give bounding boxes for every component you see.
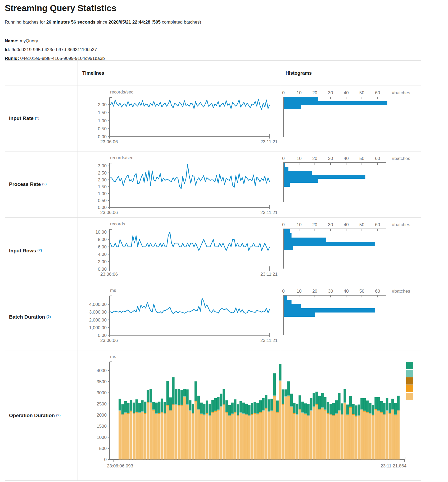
- query-id-line: Id: 9d0dd219-995d-423e-b97d-36931110bb27: [5, 45, 105, 54]
- svg-text:#batches: #batches: [392, 90, 410, 95]
- svg-text:40: 40: [344, 156, 349, 161]
- svg-text:#batches: #batches: [392, 222, 410, 227]
- process-rate-label: Process Rate(?): [9, 151, 75, 217]
- svg-text:2000: 2000: [97, 413, 107, 418]
- query-id-value: 9d0dd219-995d-423e-b97d-36931110bb27: [12, 47, 97, 52]
- svg-text:1,000.00: 1,000.00: [89, 325, 107, 330]
- operation-duration-help-icon[interactable]: (?): [56, 413, 61, 417]
- svg-text:60: 60: [375, 156, 380, 161]
- svg-text:500: 500: [99, 446, 107, 451]
- svg-text:ms: ms: [110, 354, 116, 359]
- process-rate-help-icon[interactable]: (?): [42, 182, 47, 186]
- svg-text:2.50: 2.50: [98, 171, 107, 176]
- svg-text:0.00: 0.00: [98, 134, 107, 139]
- svg-text:6.00: 6.00: [98, 244, 107, 249]
- svg-text:3500: 3500: [97, 379, 107, 384]
- svg-text:0: 0: [282, 156, 284, 161]
- svg-text:1.50: 1.50: [98, 184, 107, 189]
- svg-text:23:11:21: 23:11:21: [260, 272, 278, 277]
- input-rate-timeline-chart: records/sec2.001.501.000.500.0023:06:062…: [78, 86, 281, 151]
- process-rate-timeline-chart: records/sec3.002.502.001.501.000.500.002…: [78, 151, 281, 217]
- svg-text:0.00: 0.00: [98, 267, 107, 272]
- svg-text:30: 30: [328, 90, 333, 95]
- svg-text:#batches: #batches: [392, 289, 410, 294]
- status-start-time: 2020/05/21 22:44:28: [108, 20, 150, 25]
- batch-duration-help-icon[interactable]: (?): [46, 315, 51, 319]
- svg-text:10: 10: [297, 289, 302, 294]
- svg-text:60: 60: [375, 222, 380, 227]
- svg-text:3000: 3000: [97, 390, 107, 395]
- status-batch-count: 505: [153, 20, 160, 25]
- batch-duration-histogram-chart: #batches0102030405060: [281, 284, 422, 350]
- status-paren: (: [150, 20, 153, 25]
- svg-text:0: 0: [282, 222, 284, 227]
- statistics-table: Timelines Histograms Input Rate(?) recor…: [5, 60, 421, 481]
- query-id-label: Id:: [5, 47, 10, 52]
- svg-text:40: 40: [344, 222, 349, 227]
- operation-duration-label: Operation Duration(?): [9, 350, 75, 481]
- svg-text:records: records: [110, 221, 125, 226]
- svg-text:20: 20: [312, 222, 317, 227]
- svg-text:1000: 1000: [97, 435, 107, 440]
- svg-text:23:06:06: 23:06:06: [100, 272, 118, 277]
- svg-text:0.00: 0.00: [98, 333, 107, 338]
- histograms-column-header: Histograms: [286, 61, 312, 86]
- svg-text:0.00: 0.00: [98, 205, 107, 210]
- svg-text:23:11:21.864: 23:11:21.864: [381, 463, 406, 468]
- batch-duration-row: Batch Duration(?) ms4,000.003,000.002,00…: [5, 284, 422, 350]
- svg-text:1.50: 1.50: [98, 110, 107, 115]
- operation-duration-row: Operation Duration(?) ms4000350030002500…: [5, 350, 422, 481]
- svg-text:20: 20: [312, 90, 317, 95]
- svg-text:30: 30: [328, 222, 333, 227]
- svg-text:23:06:06.093: 23:06:06.093: [107, 463, 133, 468]
- input-rate-row: Input Rate(?) records/sec2.001.501.000.5…: [5, 86, 422, 151]
- svg-text:records/sec: records/sec: [110, 90, 133, 95]
- svg-text:20: 20: [312, 289, 317, 294]
- svg-text:0: 0: [282, 289, 284, 294]
- svg-text:2500: 2500: [97, 401, 107, 407]
- svg-text:0: 0: [282, 90, 284, 95]
- process-rate-row: Process Rate(?) records/sec3.002.502.001…: [5, 151, 422, 217]
- svg-text:1500: 1500: [97, 424, 107, 429]
- svg-text:2.00: 2.00: [98, 177, 107, 182]
- status-suffix: completed batches): [161, 20, 201, 25]
- input-rows-timeline-chart: records10.008.006.004.002.000.0023:06:06…: [78, 217, 281, 284]
- svg-text:60: 60: [375, 289, 380, 294]
- svg-text:4000: 4000: [97, 368, 107, 373]
- svg-text:30: 30: [328, 289, 333, 294]
- svg-text:3,000.00: 3,000.00: [89, 310, 107, 315]
- svg-text:23:11:21: 23:11:21: [260, 210, 278, 215]
- timelines-column-header: Timelines: [82, 61, 104, 86]
- input-rate-label: Input Rate(?): [9, 86, 75, 151]
- svg-text:4.00: 4.00: [98, 252, 107, 257]
- svg-text:0.50: 0.50: [98, 126, 107, 131]
- input-rate-help-icon[interactable]: (?): [35, 116, 39, 120]
- batch-duration-timeline-chart: ms4,000.003,000.002,000.001,000.000.0023…: [78, 284, 281, 350]
- process-rate-histogram-chart: #batches0102030405060: [281, 151, 422, 217]
- input-rows-histogram-chart: #batches0102030405060: [281, 217, 422, 284]
- query-name-line: Name: myQuery: [5, 37, 105, 45]
- svg-text:50: 50: [359, 90, 364, 95]
- svg-text:50: 50: [359, 222, 364, 227]
- svg-text:1.00: 1.00: [98, 118, 107, 123]
- svg-text:8.00: 8.00: [98, 237, 107, 242]
- batch-duration-label: Batch Duration(?): [9, 284, 75, 350]
- svg-text:60: 60: [375, 90, 380, 95]
- svg-text:1.00: 1.00: [98, 191, 107, 196]
- input-rows-row: Input Rows(?) records10.008.006.004.002.…: [5, 217, 422, 284]
- query-name-value: myQuery: [20, 38, 38, 43]
- svg-text:40: 40: [344, 90, 349, 95]
- svg-text:0.50: 0.50: [98, 198, 107, 203]
- status-line: Running batches for 26 minutes 56 second…: [5, 20, 201, 25]
- svg-text:50: 50: [359, 289, 364, 294]
- status-prefix: Running batches for: [5, 20, 46, 25]
- query-name-label: Name:: [5, 38, 19, 43]
- svg-text:2.00: 2.00: [98, 102, 107, 107]
- svg-text:30: 30: [328, 156, 333, 161]
- status-duration: 26 minutes 56 seconds: [46, 20, 96, 25]
- svg-text:50: 50: [359, 156, 364, 161]
- svg-text:0: 0: [104, 457, 107, 462]
- svg-text:4,000.00: 4,000.00: [89, 302, 107, 307]
- input-rows-help-icon[interactable]: (?): [37, 248, 42, 252]
- svg-text:23:06:06: 23:06:06: [100, 338, 118, 343]
